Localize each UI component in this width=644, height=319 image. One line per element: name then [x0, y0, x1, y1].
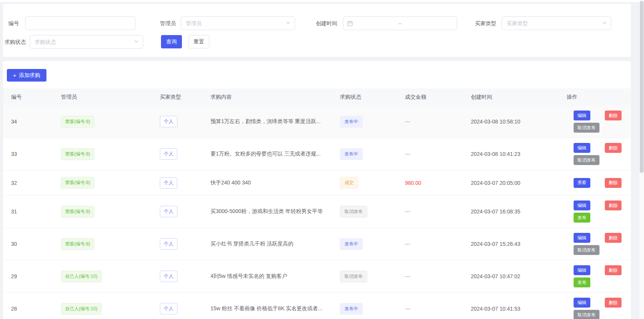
delete-button[interactable]: 删除 — [605, 200, 622, 210]
table-row: 32 爱慕(编号:8) 个人 快手240 400 340 成交 980.00 2… — [3, 170, 631, 196]
table-row: 33 爱慕(编号:8) 个人 要1万粉。女粉多的母婴也可以 三无或者违规... … — [3, 138, 631, 170]
admin-select-input[interactable] — [181, 17, 285, 30]
row-buyer-cell: 个人 — [160, 138, 210, 170]
reset-button[interactable]: 重置 — [188, 35, 209, 48]
status-select[interactable] — [30, 35, 143, 49]
row-content: 买3000-5000粉，游戏和生活类 年轻粉男女平等 — [210, 196, 340, 228]
actions-line-2: 取消发布 — [574, 245, 599, 255]
admin-filter-label: 管理员 — [160, 16, 176, 30]
row-amount-cell: 980.00 — [405, 170, 471, 195]
deal-amount: --- — [405, 306, 410, 312]
actions-line-1: 编辑删除 — [574, 143, 622, 153]
row-amount-cell: --- — [405, 138, 471, 170]
delete-button[interactable]: 删除 — [605, 233, 622, 243]
delete-button[interactable]: 删除 — [605, 178, 622, 188]
row-created-time: 2024-03-07 15:26:43 — [471, 228, 567, 260]
created-daterange-picker[interactable]: – — [343, 16, 457, 30]
actions-line-1: 编辑删除 — [574, 111, 622, 120]
created-filter-label: 创建时间 — [316, 16, 337, 30]
deal-amount: --- — [405, 273, 410, 279]
row-buyer-cell: 个人 — [160, 260, 210, 292]
actions-line-2: 发布 — [574, 213, 590, 223]
row-id: 34 — [11, 106, 61, 138]
row-content: 4到5w 情感号未实名的 复购客户 — [210, 260, 340, 292]
delete-button[interactable]: 删除 — [605, 143, 622, 153]
edit-button[interactable]: 编辑 — [574, 200, 590, 210]
status-badge: 发布中 — [340, 238, 363, 250]
row-id: 28 — [11, 293, 61, 319]
edit-button[interactable]: 编辑 — [574, 233, 590, 243]
row-content: 要1万粉。女粉多的母婴也可以 三无或者违规... — [210, 138, 340, 170]
edit-button[interactable]: 编辑 — [574, 265, 590, 275]
row-amount-cell: --- — [405, 196, 471, 228]
row-amount-cell: --- — [405, 293, 471, 319]
admin-tag: 自己人(编号:10) — [61, 303, 102, 315]
table-row: 30 爱慕(编号:8) 个人 买小红书 穿搭类几千粉 活跃度高的 发布中 ---… — [3, 228, 631, 260]
status-badge: 发布中 — [340, 148, 363, 160]
edit-button[interactable]: 编辑 — [574, 111, 590, 120]
status-badge: 取消发布 — [340, 206, 367, 218]
row-amount-cell: --- — [405, 260, 471, 292]
edit-button[interactable]: 编辑 — [574, 298, 590, 308]
delete-button[interactable]: 删除 — [605, 298, 622, 308]
buyer-type-tag: 个人 — [160, 206, 177, 217]
admin-select[interactable] — [181, 16, 295, 30]
row-status-cell: 发布中 — [340, 106, 405, 138]
cancel-publish-button[interactable]: 取消发布 — [574, 310, 599, 319]
row-buyer-cell: 个人 — [160, 293, 210, 319]
filter-panel: 编号 管理员 创建时间 – 买家类型 求购状态 查询 重置 — [3, 4, 631, 57]
row-amount-cell: --- — [405, 106, 471, 138]
row-id: 30 — [11, 228, 61, 260]
row-id: 32 — [11, 170, 61, 195]
admin-tag: 爱慕(编号:8) — [61, 177, 94, 189]
delete-button[interactable]: 删除 — [605, 111, 622, 120]
chevron-down-icon — [602, 20, 607, 27]
row-admin-cell: 爱慕(编号:8) — [61, 170, 160, 195]
status-badge: 发布中 — [340, 303, 363, 315]
table-panel: + 添加求购 编号 管理员 买家类型 求购内容 求购状态 成交金额 创建时间 操… — [3, 61, 631, 319]
cancel-publish-button[interactable]: 取消发布 — [574, 245, 599, 255]
vertical-scrollbar[interactable] — [639, 0, 644, 319]
row-content: 预算1万左右，剧情类，演绎类等等 重度活跃... — [210, 106, 340, 138]
top-divider — [0, 0, 639, 3]
search-button[interactable]: 查询 — [161, 35, 182, 48]
view-button[interactable]: 查看 — [574, 178, 590, 188]
row-actions-cell: 编辑删除 取消发布 — [567, 138, 631, 170]
actions-line-1: 查看删除 — [574, 178, 622, 188]
row-created-time: 2024-03-08 10:41:23 — [471, 138, 567, 170]
row-actions-cell: 编辑删除 取消发布 — [567, 106, 631, 138]
row-actions-cell: 编辑删除 发布 — [567, 196, 631, 228]
table-row: 31 爱慕(编号:8) 个人 买3000-5000粉，游戏和生活类 年轻粉男女平… — [3, 196, 631, 228]
id-input[interactable] — [26, 17, 135, 30]
admin-tag: 爱慕(编号:8) — [61, 148, 94, 160]
row-created-time: 2024-03-07 10:47:02 — [471, 260, 567, 292]
delete-button[interactable]: 删除 — [605, 265, 622, 275]
deal-amount: --- — [405, 119, 410, 125]
row-buyer-cell: 个人 — [160, 228, 210, 260]
scrollbar-thumb[interactable] — [640, 1, 644, 173]
col-admin: 管理员 — [61, 88, 160, 106]
row-content: 买小红书 穿搭类几千粉 活跃度高的 — [210, 228, 340, 260]
col-id: 编号 — [11, 88, 61, 106]
buyer-type-filter-label: 买家类型 — [475, 16, 496, 30]
table-row: 34 爱慕(编号:8) 个人 预算1万左右，剧情类，演绎类等等 重度活跃... … — [3, 106, 631, 138]
add-purchase-button[interactable]: + 添加求购 — [7, 69, 46, 82]
edit-button[interactable]: 编辑 — [574, 143, 590, 153]
status-select-input[interactable] — [30, 35, 134, 48]
row-content: 快手240 400 340 — [210, 170, 340, 195]
actions-line-1: 编辑删除 — [574, 298, 622, 308]
row-admin-cell: 爱慕(编号:8) — [61, 228, 160, 260]
publish-button[interactable]: 发布 — [574, 213, 590, 223]
status-badge: 取消发布 — [340, 271, 367, 282]
admin-tag: 自己人(编号:10) — [61, 271, 102, 282]
row-admin-cell: 爱慕(编号:8) — [61, 138, 160, 170]
calendar-icon — [347, 21, 353, 27]
buyer-type-select-input[interactable] — [502, 17, 602, 30]
buyer-type-select[interactable] — [502, 16, 611, 30]
table-row: 28 自己人(编号:10) 个人 15w 粉丝 不看画像 价格低于8K 实名更改… — [3, 293, 631, 319]
publish-button[interactable]: 发布 — [574, 277, 590, 287]
actions-line-2: 取消发布 — [574, 123, 599, 133]
cancel-publish-button[interactable]: 取消发布 — [574, 123, 599, 133]
cancel-publish-button[interactable]: 取消发布 — [574, 155, 599, 165]
row-status-cell: 发布中 — [340, 138, 405, 170]
